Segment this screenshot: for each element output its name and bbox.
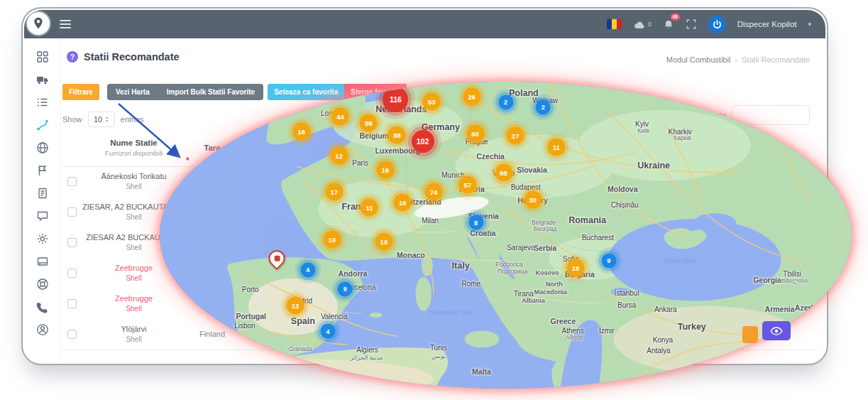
map-cluster-marker[interactable]: 19	[376, 161, 394, 178]
map-cluster-marker[interactable]: 10	[375, 233, 392, 251]
map-cluster-marker[interactable]: 16	[292, 122, 310, 140]
sidebar-item-routes[interactable]	[35, 118, 50, 132]
map-cluster-marker[interactable]: 17	[325, 183, 343, 201]
map-label: Ukraine	[637, 161, 670, 171]
map-label: Malta	[472, 367, 491, 376]
app-logo[interactable]	[27, 12, 50, 35]
sidebar-item-map[interactable]	[35, 141, 50, 155]
map-visibility-button[interactable]	[762, 321, 791, 340]
notifications-bell-icon[interactable]: 49	[663, 18, 674, 31]
sidebar-item-messages[interactable]	[35, 209, 50, 223]
help-icon[interactable]: ?	[67, 51, 78, 63]
map-label: Podgorica	[495, 261, 522, 268]
vezi-harta-button[interactable]: Vezi Harta	[107, 84, 158, 100]
map-cluster-marker[interactable]: 60	[466, 124, 484, 142]
sidebar-item-orders[interactable]	[35, 95, 50, 109]
map-cluster-marker[interactable]: 57	[458, 176, 476, 194]
map-label: Sarajevo	[507, 243, 534, 251]
sidebar-nav	[24, 38, 61, 362]
map-label: Monaco	[397, 251, 425, 259]
romania-flag-icon[interactable]	[607, 19, 622, 29]
map-cluster-marker[interactable]: 11	[547, 138, 565, 156]
map-label: Romania	[568, 215, 606, 225]
map-label: Харків	[674, 134, 691, 141]
map-cluster-marker[interactable]: 9	[601, 253, 616, 268]
map-cluster-marker[interactable]: 19	[566, 259, 584, 276]
map-label: Czechia	[476, 152, 505, 161]
map-cluster-marker[interactable]: 13	[287, 297, 304, 315]
search-input[interactable]	[732, 105, 810, 125]
map-cluster-marker[interactable]: 53	[423, 93, 441, 111]
import-bulk-button[interactable]: Import Bulk Statii Favorite	[158, 84, 263, 100]
map-cluster-marker[interactable]: 8	[468, 215, 483, 230]
lifebuoy-icon	[36, 278, 49, 291]
chevron-down-icon[interactable]: ▾	[808, 21, 811, 28]
fuel-station-pin[interactable]	[268, 250, 285, 266]
map-cluster-marker[interactable]: 12	[330, 146, 348, 164]
map-label: İstanbul	[615, 288, 639, 296]
sidebar-item-dashboard[interactable]	[35, 50, 50, 64]
map-cluster-marker[interactable]: 10	[323, 231, 341, 249]
fullscreen-icon[interactable]	[686, 18, 697, 30]
page-size-select[interactable]: 10 ▲▼	[88, 112, 115, 127]
map-cluster-marker[interactable]: 9	[338, 281, 353, 296]
station-country: Finland	[185, 330, 239, 338]
map-cluster-marker[interactable]: 44	[331, 107, 349, 125]
map-label: Valencia	[321, 312, 348, 320]
row-checkbox[interactable]	[67, 330, 77, 339]
seteaza-favorita-button[interactable]: Seteaza ca favorita	[268, 84, 344, 100]
map-cluster-marker[interactable]: 4	[300, 262, 315, 277]
map-cluster-marker[interactable]: 11	[361, 199, 378, 217]
sidebar-item-contact[interactable]	[35, 300, 50, 314]
map-label: Bucharest	[582, 234, 614, 242]
map-cluster-marker[interactable]: 2	[498, 94, 513, 109]
list-icon	[36, 96, 49, 109]
sidebar-item-settings[interactable]	[35, 232, 50, 246]
map-cluster-marker[interactable]: 86	[360, 114, 378, 131]
map-cluster-marker[interactable]: 2	[536, 99, 551, 114]
map-cluster-marker[interactable]: 4	[320, 324, 335, 339]
map-label: Budapest	[511, 183, 541, 191]
map-cluster-marker[interactable]: 88	[388, 126, 406, 144]
column-name-title[interactable]: Nume Statie	[82, 139, 185, 147]
row-checkbox[interactable]	[67, 238, 77, 247]
sidebar-item-documents[interactable]	[35, 186, 50, 200]
map-cluster-marker[interactable]: 30	[524, 191, 542, 209]
sidebar-item-fleet[interactable]	[35, 72, 50, 87]
map-layers-button[interactable]	[742, 326, 758, 343]
cloud-sync-icon[interactable]: 0	[633, 19, 652, 30]
show-label: Show	[62, 115, 82, 124]
sidebar-item-profile[interactable]	[35, 323, 50, 337]
user-menu[interactable]: Dispecer Kopilot	[737, 20, 797, 28]
station-supplier: Shell	[82, 274, 185, 282]
row-checkbox[interactable]	[67, 177, 77, 186]
map-cluster-marker[interactable]: 27	[507, 127, 524, 145]
row-checkbox[interactable]	[67, 269, 77, 278]
map-cluster-marker[interactable]: 74	[425, 183, 443, 201]
hamburger-menu-icon[interactable]	[60, 20, 71, 28]
row-checkbox[interactable]	[67, 299, 77, 308]
station-supplier: Shell	[82, 183, 185, 190]
map-label: Armenia	[765, 305, 795, 313]
notifications-badge: 49	[671, 13, 680, 21]
filtrare-button[interactable]: Filtrare	[62, 84, 99, 100]
map-label: Belgium	[360, 131, 389, 140]
map-label: Подгорица	[498, 268, 527, 275]
breadcrumb-parent[interactable]: Modul Combustibil	[666, 55, 730, 64]
breadcrumb-current: Statii Recomandate	[742, 55, 810, 64]
map-cluster-marker[interactable]: 16	[394, 194, 412, 212]
map-cluster-marker[interactable]: 102	[412, 130, 434, 153]
map-label: Black Sea	[665, 256, 696, 264]
map-cluster-marker[interactable]: 116	[383, 87, 408, 112]
sidebar-item-devices[interactable]	[35, 254, 50, 269]
map-label: Porto	[242, 286, 259, 293]
power-button[interactable]	[708, 16, 726, 33]
sidebar-item-support[interactable]	[35, 277, 50, 291]
map-label: Albania	[522, 297, 545, 304]
map-label: Αθήνα	[566, 334, 583, 341]
map-cluster-marker[interactable]: 68	[495, 164, 512, 182]
map-cluster-marker[interactable]: 26	[463, 87, 480, 105]
row-checkbox[interactable]	[67, 207, 77, 217]
sidebar-item-markers[interactable]	[35, 163, 50, 178]
map-label: Serbia	[534, 244, 556, 252]
